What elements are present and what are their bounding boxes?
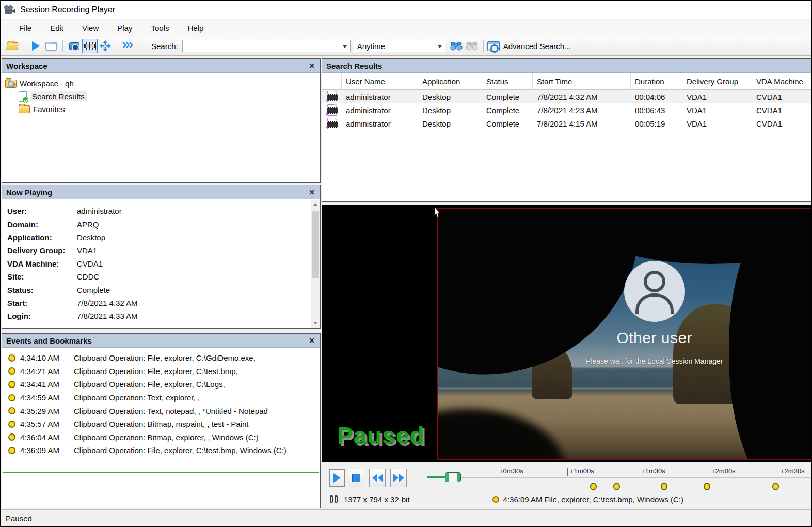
results-table-header: User Name Application Status Start Time …	[322, 73, 811, 90]
toolbar-separator	[24, 40, 24, 52]
timeline-event-marker[interactable]	[661, 483, 667, 490]
column-delivery-group[interactable]: Delivery Group	[682, 73, 752, 89]
timeline-label: +0m30s	[499, 467, 523, 475]
event-row[interactable]: 4:36:04 AMClipboard Operation: Bitmap, e…	[2, 431, 320, 444]
search-label: Search:	[151, 42, 178, 51]
timeline-event-marker[interactable]	[772, 483, 779, 490]
fast-forward-icon	[393, 474, 399, 482]
chevron-down-icon[interactable]	[343, 45, 347, 48]
event-row[interactable]: 4:34:41 AMClipboard Operation: File, exp…	[2, 378, 320, 391]
event-row[interactable]: 4:34:21 AMClipboard Operation: File, exp…	[2, 365, 320, 378]
pan-button[interactable]	[98, 39, 113, 53]
field-value: 7/8/2021 4:32 AM	[77, 299, 138, 307]
column-status[interactable]: Status	[482, 73, 533, 89]
field-label: Login:	[7, 312, 77, 320]
session-recording-player-window: Session Recording Player File Edit View …	[0, 0, 812, 527]
menu-file[interactable]: File	[11, 22, 40, 35]
tree-item-workspace-root[interactable]: Workspace - qh	[5, 77, 317, 90]
title-bar: Session Recording Player	[1, 1, 811, 19]
events-panel: Events and Bookmarks ✕ 4:34:10 AMClipboa…	[2, 333, 321, 508]
current-event-underline	[3, 472, 319, 473]
play-button[interactable]	[329, 469, 345, 487]
event-time: 4:35:29 AM	[20, 407, 70, 415]
event-row[interactable]: 4:34:10 AMClipboard Operation: File, exp…	[2, 351, 320, 365]
seek-bar[interactable]	[427, 477, 810, 478]
now-playing-panel: Now Playing ✕ User:administrator Domain:…	[2, 185, 321, 329]
close-icon[interactable]: ✕	[308, 61, 316, 70]
event-marker-icon	[8, 421, 15, 428]
event-row-current[interactable]: 4:36:09 AMClipboard Operation: File, exp…	[2, 444, 320, 457]
table-row[interactable]: administrator Desktop Complete 7/8/2021 …	[322, 103, 811, 117]
tree-item-favorites[interactable]: Favorites	[5, 103, 317, 116]
event-row[interactable]: 4:35:29 AMClipboard Operation: Text, not…	[2, 404, 320, 417]
projector-view-button[interactable]	[67, 39, 82, 53]
find-button[interactable]	[449, 39, 464, 53]
event-marker-icon	[8, 407, 15, 414]
status-bar: Paused	[1, 509, 811, 527]
menu-tools[interactable]: Tools	[142, 22, 177, 35]
field-value: Complete	[77, 286, 110, 295]
event-marker-icon	[8, 394, 15, 401]
event-text: Clipboard Operation: File, explorer, C:\…	[74, 380, 225, 389]
cell-delivery-group: VDA1	[682, 106, 752, 115]
events-title: Events and Bookmarks	[6, 336, 92, 345]
menu-view[interactable]: View	[74, 22, 107, 35]
cell-delivery-group: VDA1	[682, 92, 752, 101]
field-value: CDDC	[77, 272, 99, 281]
playback-area[interactable]: Other user Please wait for the Local Ses…	[322, 205, 812, 462]
cell-duration: 00:05:19	[631, 119, 682, 128]
event-row[interactable]: 4:34:59 AMClipboard Operation: Text, exp…	[2, 391, 320, 405]
filmstrip-view-button[interactable]	[82, 39, 98, 53]
column-vda-machine[interactable]: VDA Machine	[752, 73, 811, 89]
projector-icon	[69, 42, 79, 50]
field-value: Desktop	[77, 233, 105, 242]
timeline-tick	[709, 468, 709, 476]
field-label: Domain:	[7, 220, 77, 229]
column-application[interactable]: Application	[418, 73, 482, 89]
column-user-name[interactable]: User Name	[342, 73, 418, 89]
timeline-event-marker[interactable]	[613, 483, 620, 490]
timeline-event-marker[interactable]	[590, 483, 597, 490]
timeline-event-marker[interactable]	[704, 483, 710, 490]
recording-file-icon	[327, 91, 337, 102]
window-mode-button[interactable]	[43, 39, 59, 53]
scroll-up-icon[interactable]	[311, 200, 320, 209]
seek-handle[interactable]	[445, 472, 461, 482]
table-row[interactable]: administrator Desktop Complete 7/8/2021 …	[322, 90, 811, 103]
event-marker-icon	[8, 447, 15, 454]
close-icon[interactable]: ✕	[308, 336, 316, 345]
search-results-doc-icon	[19, 91, 27, 102]
rewind-button[interactable]	[369, 469, 386, 487]
now-playing-title: Now Playing	[6, 188, 52, 197]
column-start-time[interactable]: Start Time	[533, 73, 631, 89]
stop-button[interactable]	[348, 469, 364, 487]
scrollbar-thumb[interactable]	[312, 211, 319, 278]
chevron-down-icon[interactable]	[438, 45, 442, 48]
tree-item-search-results[interactable]: Search Results	[5, 90, 317, 103]
menu-edit[interactable]: Edit	[42, 22, 72, 35]
events-list: 4:34:10 AMClipboard Operation: File, exp…	[2, 348, 320, 457]
paused-overlay: Paused	[337, 422, 425, 450]
table-row[interactable]: administrator Desktop Complete 7/8/2021 …	[322, 117, 811, 130]
play-toolbar-button[interactable]	[28, 39, 43, 53]
menu-play[interactable]: Play	[109, 22, 140, 35]
recording-file-icon	[327, 118, 337, 129]
close-icon[interactable]: ✕	[308, 188, 316, 196]
binoculars-disabled-icon	[466, 42, 478, 51]
cell-start-time: 7/8/2021 4:23 AM	[533, 106, 631, 115]
tree-item-label: Workspace - qh	[20, 79, 74, 88]
scroll-down-icon[interactable]	[311, 319, 320, 328]
column-duration[interactable]: Duration	[631, 73, 682, 89]
now-playing-scrollbar[interactable]	[311, 200, 320, 328]
advanced-search-button[interactable]: Advanced Search...	[487, 41, 574, 51]
search-input[interactable]	[182, 40, 351, 52]
time-filter-select[interactable]: Anytime	[354, 40, 445, 52]
fast-forward-button[interactable]	[390, 469, 407, 487]
open-button[interactable]	[5, 39, 20, 53]
advanced-search-icon	[487, 41, 500, 51]
menu-help[interactable]: Help	[180, 22, 212, 35]
field-label: Start:	[7, 299, 77, 307]
event-row[interactable]: 4:35:57 AMClipboard Operation: Bitmap, m…	[2, 417, 320, 431]
more-buttons-chevron[interactable]	[121, 39, 136, 53]
cell-application: Desktop	[418, 119, 482, 128]
